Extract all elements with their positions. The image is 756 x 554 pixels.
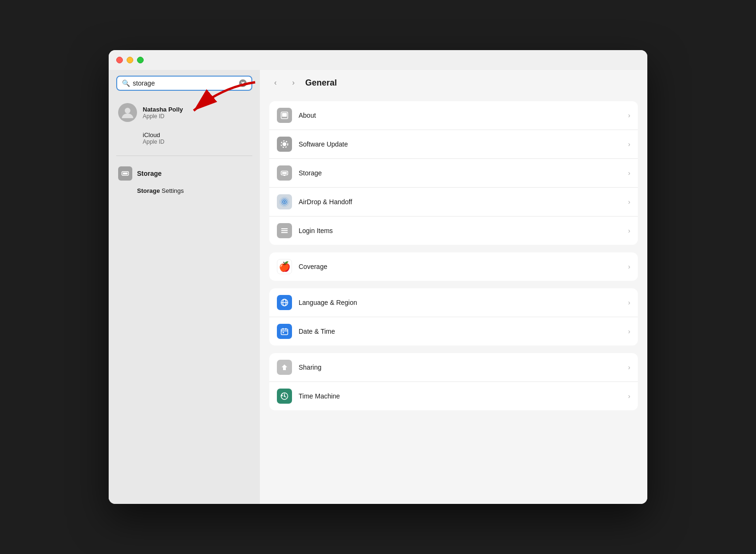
forward-button[interactable]: › [287,77,300,89]
storage-settings-label: Storage Settings [137,187,184,194]
login-items-label: Login Items [299,227,628,234]
language-region-icon [277,295,292,310]
search-container: 🔍 [109,70,260,96]
search-input[interactable] [133,79,236,87]
about-icon [277,108,292,123]
svg-rect-17 [281,232,288,233]
svg-rect-5 [282,113,287,117]
language-region-chevron: › [628,299,630,306]
login-items-icon [277,223,292,238]
avatar [118,103,137,122]
coverage-chevron: › [628,263,630,270]
minimize-button[interactable] [127,57,133,63]
software-update-icon [277,137,292,152]
maximize-button[interactable] [137,57,144,63]
settings-item-software-update[interactable]: Software Update › [269,130,638,159]
traffic-lights [116,57,144,63]
svg-rect-9 [282,172,287,174]
storage-label: Storage [137,170,162,177]
airdrop-icon [277,194,292,209]
date-time-icon [277,324,292,339]
sidebar-storage-section: Storage Storage Settings [109,160,260,201]
main-panel: ‹ › General [260,70,647,504]
svg-rect-3 [123,173,128,174]
user-info: Natasha Polly Apple ID [143,106,183,120]
svg-rect-22 [283,328,284,330]
svg-point-30 [284,396,285,397]
time-machine-icon [277,389,292,404]
sidebar-item-user[interactable]: Natasha Polly Apple ID [109,98,260,127]
software-update-label: Software Update [299,140,628,148]
settings-item-airdrop-handoff[interactable]: AirDrop & Handoff › [269,188,638,216]
settings-group-3: Language & Region › [269,288,638,346]
sharing-chevron: › [628,364,630,371]
settings-item-storage[interactable]: Storage › [269,159,638,188]
title-bar [109,50,647,70]
settings-group-2: 🍎 Coverage › [269,252,638,281]
svg-point-1 [125,108,130,113]
sharing-icon [277,360,292,375]
settings-group-4: Sharing › [269,353,638,410]
content-area: 🔍 Natasha Polly Apple ID [109,70,647,504]
time-machine-chevron: › [628,392,630,400]
sidebar-user-section: Natasha Polly Apple ID iCloud Apple ID [109,96,260,152]
date-time-chevron: › [628,328,630,335]
svg-point-14 [284,201,285,203]
language-region-label: Language & Region [299,299,628,306]
sidebar-item-storage-settings[interactable]: Storage Settings [118,183,250,198]
forward-icon: › [292,78,294,87]
sharing-label: Sharing [299,364,628,371]
svg-rect-15 [281,228,288,229]
settings-item-language-region[interactable]: Language & Region › [269,288,638,317]
sidebar-item-icloud[interactable]: iCloud Apple ID [109,127,260,150]
about-label: About [299,112,628,119]
coverage-label: Coverage [299,263,628,270]
airdrop-handoff-chevron: › [628,198,630,206]
coverage-icon: 🍎 [277,259,292,274]
sidebar-divider [116,156,252,156]
storage-settings-icon [277,165,292,181]
date-time-label: Date & Time [299,328,628,335]
svg-rect-23 [285,328,286,330]
back-icon: ‹ [274,78,276,87]
time-machine-label: Time Machine [299,392,628,400]
settings-group-1: About › Software Update › [269,101,638,245]
settings-item-coverage[interactable]: 🍎 Coverage › [269,252,638,281]
apple-logo-icon: 🍎 [279,261,291,272]
svg-point-6 [283,142,286,146]
settings-item-login-items[interactable]: Login Items › [269,216,638,245]
settings-list: About › Software Update › [260,95,647,504]
search-bar[interactable]: 🔍 [116,76,252,91]
sidebar: 🔍 Natasha Polly Apple ID [109,70,260,504]
sidebar-item-storage[interactable]: Storage [118,164,250,183]
search-clear-button[interactable] [239,79,247,87]
svg-rect-10 [284,175,285,176]
close-button[interactable] [116,57,123,63]
svg-marker-26 [282,364,287,370]
user-name: Natasha Polly [143,106,183,113]
user-subtitle: Apple ID [143,113,183,120]
icloud-subtitle: Apple ID [143,138,250,145]
software-update-chevron: › [628,140,630,148]
settings-item-date-time[interactable]: Date & Time › [269,317,638,346]
search-icon: 🔍 [122,79,130,87]
svg-rect-16 [281,230,288,231]
system-settings-window: 🔍 Natasha Polly Apple ID [109,50,647,504]
storage-icon [118,166,132,181]
airdrop-handoff-label: AirDrop & Handoff [299,198,628,206]
storage-label-main: Storage [299,169,628,177]
settings-item-about[interactable]: About › [269,101,638,130]
about-chevron: › [628,112,630,119]
svg-rect-25 [283,332,284,333]
icloud-name: iCloud [143,131,250,138]
login-items-chevron: › [628,227,630,234]
settings-item-time-machine[interactable]: Time Machine › [269,382,638,410]
settings-item-sharing[interactable]: Sharing › [269,353,638,382]
page-title: General [305,78,337,88]
storage-chevron: › [628,169,630,177]
back-button[interactable]: ‹ [269,77,282,89]
svg-rect-21 [281,329,288,335]
main-header: ‹ › General [260,70,647,95]
